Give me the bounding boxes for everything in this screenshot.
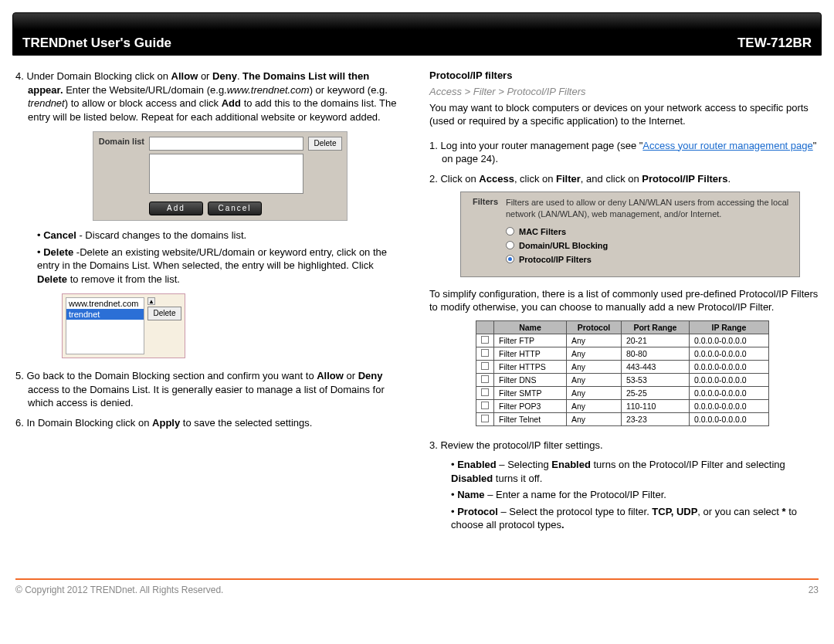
checkbox[interactable] [481,402,489,409]
step-4: Under Domain Blocking click on Allow or … [15,69,405,124]
breadcrumb: Access > Filter > Protocol/IP Filters [429,86,819,99]
checkbox[interactable] [481,349,489,357]
left-column: Under Domain Blocking click on Allow or … [15,69,405,540]
footer-rule [15,578,819,580]
domain-list-panel: Domain list Delete Add Cancel [93,131,348,221]
selection-list[interactable]: www.trendnet.com trendnet [66,297,144,354]
domain-list-area[interactable] [149,154,303,194]
right-column: Protocol/IP filters Access > Filter > Pr… [429,69,819,540]
page-footer: © Copyright 2012 TRENDnet. All Rights Re… [0,585,834,608]
delete-button[interactable]: Delete [147,307,181,320]
radio-icon-selected [506,255,514,263]
section-title: Protocol/IP filters [429,69,819,83]
table-row: Filter DNSAny53-530.0.0.0-0.0.0.0 [476,373,769,386]
step-1: Log into your router management page (se… [429,139,819,166]
management-page-link[interactable]: Access your router management page [642,140,812,151]
step-6: In Domain Blocking click on Apply to sav… [15,416,405,430]
selection-panel: www.trendnet.com trendnet ▲ Delete [62,293,185,358]
add-button[interactable]: Add [149,202,203,215]
filters-description: Filters are used to allow or deny LAN/WL… [506,197,795,219]
domain-input[interactable] [149,137,303,151]
page-header: TRENDnet User's Guide TEW-712BR [12,12,822,56]
model-number: TEW-712BR [737,36,812,51]
checkbox[interactable] [481,388,489,396]
checkbox[interactable] [481,336,489,344]
domain-list-label: Domain list [98,137,144,146]
cancel-button[interactable]: Cancel [208,202,262,215]
content-columns: Under Domain Blocking click on Allow or … [0,56,834,547]
settings-list: Enabled – Selecting Enabled turns on the… [451,458,819,532]
checkbox[interactable] [481,375,489,383]
step-3: Review the protocol/IP filter settings. [429,439,819,452]
table-row: Filter TelnetAny23-230.0.0.0-0.0.0.0 [476,412,769,425]
step-2: Click on Access, click on Filter, and cl… [429,172,819,186]
protocol-table: Name Protocol Port Range IP Range Filter… [476,320,769,426]
filters-panel: Filters Filters are used to allow or den… [460,192,800,277]
table-row: Filter HTTPAny80-800.0.0.0-0.0.0.0 [476,347,769,360]
list-item[interactable]: www.trendnet.com [66,298,144,309]
list-item-selected[interactable]: trendnet [66,309,144,320]
intro-text: You may want to block computers or devic… [429,102,819,128]
protocol-ip-option[interactable]: Protocol/IP Filters [506,255,795,264]
radio-icon [506,227,514,236]
table-row: Filter HTTPSAny443-4430.0.0.0-0.0.0.0 [476,360,769,373]
delete-button[interactable]: Delete [308,137,342,151]
radio-icon [506,241,514,249]
checkbox[interactable] [481,362,489,370]
mac-filters-option[interactable]: MAC Filters [506,227,795,236]
page-number: 23 [809,585,819,595]
cancel-delete-list: Cancel - Discard changes to the domains … [37,229,405,286]
scroll-up-icon[interactable]: ▲ [147,297,155,305]
filters-label: Filters [461,192,503,276]
domain-blocking-option[interactable]: Domain/URL Blocking [506,241,795,250]
table-row: Filter FTPAny20-210.0.0.0-0.0.0.0 [476,334,769,347]
table-row: Filter SMTPAny25-250.0.0.0-0.0.0.0 [476,386,769,399]
guide-title: TRENDnet User's Guide [22,36,171,51]
mid-text: To simplify configuration, there is a li… [429,288,819,314]
checkbox[interactable] [481,415,489,422]
step-5: Go back to the Domain Blocking section a… [15,369,405,410]
copyright: © Copyright 2012 TRENDnet. All Rights Re… [15,585,223,595]
table-row: Filter POP3Any110-1100.0.0.0-0.0.0.0 [476,399,769,412]
